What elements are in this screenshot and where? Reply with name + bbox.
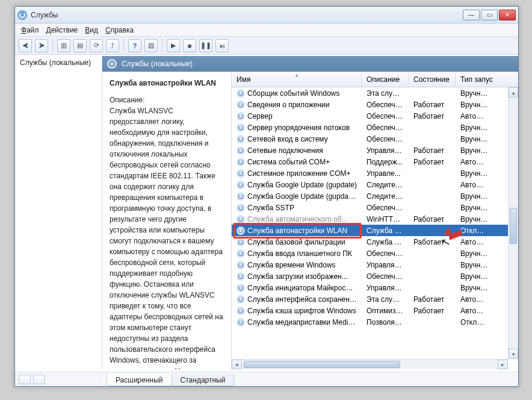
stop-service-button[interactable]: ■ (183, 39, 196, 52)
service-icon (237, 215, 245, 223)
service-row[interactable]: Служба Google Update (gupdate)Следите за… (232, 179, 518, 190)
service-row[interactable]: Служба автоматического об...WinHTTP ...Р… (232, 213, 518, 225)
nav-back-button[interactable]: ⮜ (19, 39, 32, 52)
service-desc: Обеспечи... (362, 249, 409, 258)
service-row[interactable]: СерверОбеспечи...РаботаетАвтомати (232, 110, 518, 122)
service-desc: Служба ба... (362, 238, 409, 246)
service-desc: Оптимизи... (362, 307, 409, 315)
menubar: Файл Действие Вид Справка (15, 23, 518, 37)
scroll-left-button[interactable]: ◂ (232, 360, 242, 369)
service-row[interactable]: Служба автонастройки WLANСлужба W...Откл… (232, 225, 518, 236)
service-row[interactable]: Служба ввода планшетного ПКОбеспечи...Вр… (232, 248, 518, 259)
service-name: Служба ввода планшетного ПК (247, 249, 352, 258)
window-title: Службы (31, 11, 463, 19)
menu-view[interactable]: Вид (85, 26, 98, 34)
service-name: Сборщик событий Windows (247, 89, 339, 98)
service-name: Служба Google Update (gupdate) (247, 181, 357, 189)
service-row[interactable]: Служба времени WindowsУправляе...Вручную (232, 259, 518, 270)
export-list-button[interactable]: ⤴ (106, 39, 119, 52)
scroll-down-button[interactable]: ▾ (509, 349, 518, 359)
scroll-up-button[interactable]: ▴ (509, 87, 518, 98)
service-startup: Отключен (456, 318, 493, 327)
service-desc: Обеспечи... (362, 101, 409, 109)
service-icon (237, 272, 245, 281)
col-header-desc[interactable]: Описание (362, 72, 409, 87)
detail-pane: Служба автонастройки WLAN Описание: Служ… (102, 72, 232, 369)
horizontal-scrollbar[interactable]: ◂ ▸ (232, 359, 508, 369)
service-startup: Вручную (456, 192, 493, 201)
pause-service-button[interactable]: ❚❚ (199, 39, 212, 52)
gear-icon (107, 59, 117, 69)
hscroll-thumb[interactable] (244, 361, 400, 368)
close-button[interactable]: ✕ (499, 10, 516, 20)
menu-action[interactable]: Действие (46, 26, 78, 34)
service-row[interactable]: Служба кэша шрифтов WindowsОптимизи...Ра… (232, 305, 518, 316)
service-row[interactable]: Служба медиапристaвки Media C...Позволяе… (232, 316, 518, 328)
service-icon (237, 307, 245, 315)
service-row[interactable]: Сетевой вход в системуОбеспечи...Вручную (232, 133, 518, 145)
service-startup: Вручную (456, 101, 493, 109)
service-row[interactable]: Служба инициатора Майкрософ...Управляе..… (232, 282, 518, 293)
services-window: Службы — ▭ ✕ Файл Действие Вид Справка ⮜… (14, 6, 519, 387)
service-row[interactable]: Сведения о приложенииОбеспечи...Работает… (232, 99, 518, 110)
service-name: Служба загрузки изображен... (247, 272, 348, 281)
tab-extended[interactable]: Расширенный (107, 374, 172, 386)
service-row[interactable]: Система событий COM+Поддерж...РаботаетАв… (232, 156, 518, 167)
properties-button[interactable]: ▤ (73, 39, 87, 52)
scroll-right-button[interactable]: ▸ (498, 360, 508, 369)
service-startup: Вручную (456, 272, 493, 281)
col-header-state[interactable]: Состояние (409, 72, 456, 87)
detail-heading: Служба автонастройки WLAN (110, 78, 224, 89)
tree-node-services-local[interactable]: Службы (локальные) (15, 56, 102, 69)
service-startup: Вручную (456, 284, 493, 292)
col-header-startup[interactable]: Тип запус (456, 72, 493, 87)
service-row[interactable]: Служба Google Update (gupdatem)Следите з… (232, 190, 518, 202)
service-row[interactable]: Сборщик событий WindowsЭта служб...Вручн… (232, 87, 518, 99)
service-startup: Вручную (456, 123, 493, 132)
status-cell (33, 375, 45, 384)
show-hide-tree-button[interactable]: ▥ (57, 39, 70, 52)
restart-service-button[interactable]: ⏯ (215, 39, 229, 52)
service-row[interactable]: Системное приложение COM+Управле...Вручн… (232, 167, 518, 179)
menu-file[interactable]: Файл (21, 26, 39, 34)
service-icon (237, 227, 245, 235)
service-row[interactable]: Служба SSTPОбеспечи...Вручную (232, 202, 518, 213)
nav-forward-button[interactable]: ⮞ (35, 39, 48, 52)
service-row[interactable]: Служба базовой фильтрацииСлужба ба...Раб… (232, 236, 518, 248)
tab-standard[interactable]: Стандартный (172, 374, 235, 386)
service-name: Служба инициатора Майкрософ... (247, 284, 357, 292)
service-icon (237, 249, 245, 258)
service-icon (237, 204, 245, 212)
service-state: Работает (409, 215, 456, 223)
service-row[interactable]: Сетевые подключенияУправляе...РаботаетВр… (232, 145, 518, 156)
help-button[interactable]: ? (128, 39, 141, 52)
toolbar: ⮜ ⮞ ▥ ▤ ⟳ ⤴ ? ▧ ▶ ■ ❚❚ ⏯ (15, 37, 518, 55)
service-startup: Автомати (456, 238, 493, 246)
col-header-name[interactable]: Имя▴ (232, 72, 362, 87)
minimize-button[interactable]: — (463, 10, 480, 20)
scroll-thumb[interactable] (510, 208, 517, 244)
maximize-button[interactable]: ▭ (481, 10, 498, 20)
service-name: Служба кэша шрифтов Windows (247, 307, 356, 315)
service-startup: Вручную (456, 261, 493, 269)
service-desc: Следите за... (362, 192, 409, 201)
service-desc: Управляе... (362, 284, 409, 292)
service-row[interactable]: Служба загрузки изображен...Обеспечи...В… (232, 270, 518, 282)
service-startup: Вручную (456, 135, 493, 143)
service-startup: Автомати (456, 307, 493, 315)
service-row[interactable]: Служба интерфейса сохранени...Эта служб.… (232, 293, 518, 305)
service-icon (237, 146, 245, 155)
service-desc: Обеспечи... (362, 112, 409, 120)
detail-description: Служба WLANSVC предоставляет логику, нео… (110, 107, 223, 369)
service-state: Работает (409, 158, 456, 166)
service-row[interactable]: Сервер упорядочения потоковОбеспечи...Вр… (232, 122, 518, 133)
service-state: Работает (409, 112, 456, 120)
vertical-scrollbar[interactable]: ▴ ▾ (508, 87, 518, 359)
service-name: Сервер упорядочения потоков (247, 123, 350, 132)
menu-help[interactable]: Справка (105, 26, 134, 34)
list-header: Имя▴ Описание Состояние Тип запус (232, 72, 518, 87)
show-hide-action-button[interactable]: ▧ (144, 39, 158, 52)
refresh-button[interactable]: ⟳ (90, 39, 103, 52)
start-service-button[interactable]: ▶ (167, 39, 180, 52)
service-icon (237, 158, 245, 166)
